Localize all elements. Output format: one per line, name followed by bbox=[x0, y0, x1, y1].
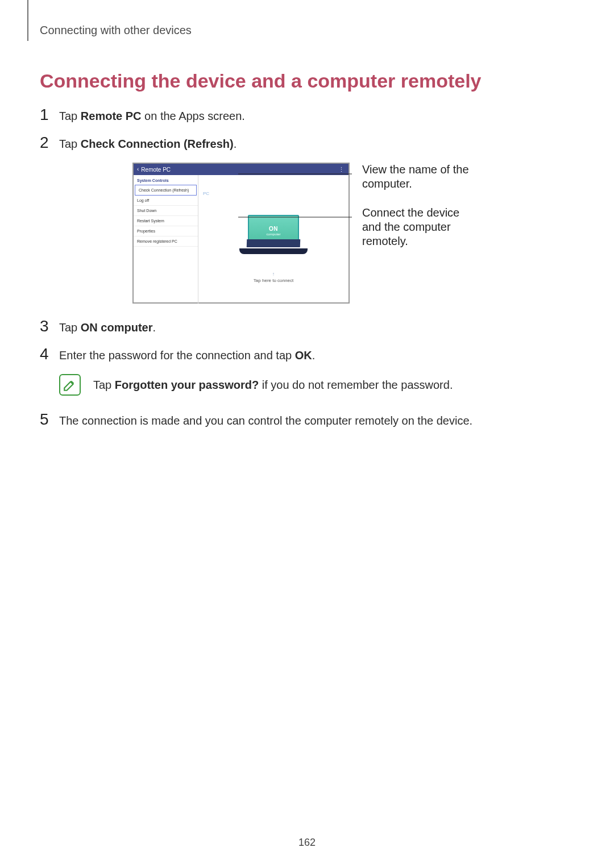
leader-line bbox=[238, 168, 362, 180]
callout-connect-remotely: Connect the device and the computer remo… bbox=[362, 206, 482, 248]
step-1: 1 Tap Remote PC on the Apps screen. bbox=[40, 107, 574, 124]
bold-text: ON computer bbox=[81, 321, 153, 334]
step-text: Tap Remote PC on the Apps screen. bbox=[59, 107, 245, 124]
text: . bbox=[153, 321, 156, 334]
step-5: 5 The connection is made and you can con… bbox=[40, 412, 574, 429]
step-3: 3 Tap ON computer. bbox=[40, 318, 574, 336]
bold-text: Remote PC bbox=[81, 110, 142, 122]
step-2: 2 Tap Check Connection (Refresh). bbox=[40, 135, 574, 152]
tap-to-connect-hint: ↑ Tap here to connect bbox=[198, 271, 349, 283]
bold-text: OK bbox=[295, 349, 312, 362]
sidebar-item-shutdown: Shut Down bbox=[134, 206, 198, 216]
sidebar-item-remove-pc: Remove registered PC bbox=[134, 236, 198, 247]
main-area: PC ON computer ↑ Tap here to connect bbox=[198, 175, 349, 304]
step-number: 1 bbox=[40, 107, 59, 123]
step-text: Enter the password for the connection an… bbox=[59, 347, 315, 364]
bold-text: Check Connection (Refresh) bbox=[81, 138, 234, 150]
remote-pc-app-mock: ‹ Remote PC ⋮ System Controls Check Conn… bbox=[132, 163, 350, 304]
text: . bbox=[234, 138, 237, 150]
step-text: The connection is made and you can contr… bbox=[59, 412, 472, 429]
tap-hint-text: Tap here to connect bbox=[254, 278, 293, 283]
leader-line bbox=[238, 211, 362, 223]
app-body: System Controls Check Connection (Refres… bbox=[134, 175, 349, 304]
callout-text: View the name of the computer. bbox=[362, 163, 482, 191]
margin-rule bbox=[27, 0, 28, 41]
arrow-up-icon: ↑ bbox=[272, 271, 275, 277]
sidebar-item-restart: Restart System bbox=[134, 216, 198, 226]
callout-text: Connect the device and the computer remo… bbox=[362, 206, 482, 248]
sidebar-item-check-connection: Check Connection (Refresh) bbox=[135, 185, 197, 196]
text: Tap bbox=[59, 321, 81, 334]
steps-list: 1 Tap Remote PC on the Apps screen. 2 Ta… bbox=[40, 107, 574, 429]
text: Tap bbox=[93, 379, 115, 391]
step-number: 2 bbox=[40, 135, 59, 151]
computer-name-label: PC bbox=[203, 191, 209, 196]
text: Tap bbox=[59, 110, 81, 122]
step-4: 4 Enter the password for the connection … bbox=[40, 346, 574, 364]
note-icon bbox=[59, 374, 81, 396]
step-text: Tap Check Connection (Refresh). bbox=[59, 135, 237, 152]
sidebar-heading: System Controls bbox=[134, 175, 198, 185]
section-heading: Connecting the device and a computer rem… bbox=[40, 70, 574, 92]
figure-remote-pc-screenshot: ‹ Remote PC ⋮ System Controls Check Conn… bbox=[40, 163, 574, 304]
sidebar: System Controls Check Connection (Refres… bbox=[134, 175, 198, 304]
text: Tap bbox=[59, 138, 81, 150]
pencil-note-icon bbox=[63, 377, 77, 392]
text: on the Apps screen. bbox=[142, 110, 245, 122]
app-title: Remote PC bbox=[141, 167, 171, 173]
callouts: View the name of the computer. Connect t… bbox=[362, 163, 482, 263]
back-chevron-icon: ‹ bbox=[137, 167, 139, 172]
laptop-keyboard bbox=[247, 239, 300, 247]
step-number: 5 bbox=[40, 412, 59, 427]
text: if you do not remember the password. bbox=[259, 379, 453, 391]
callout-computer-name: View the name of the computer. bbox=[362, 163, 482, 191]
note-text: Tap Forgotten your password? if you do n… bbox=[93, 379, 453, 392]
manual-page: Connecting with other devices Connecting… bbox=[0, 0, 614, 868]
laptop-base bbox=[239, 248, 308, 254]
on-label: ON bbox=[269, 226, 278, 232]
step-number: 3 bbox=[40, 318, 59, 334]
step-text: Tap ON computer. bbox=[59, 319, 156, 336]
note: Tap Forgotten your password? if you do n… bbox=[59, 374, 574, 396]
bold-text: Forgotten your password? bbox=[115, 379, 259, 391]
text: . bbox=[312, 349, 316, 362]
step-number: 4 bbox=[40, 346, 59, 362]
breadcrumb: Connecting with other devices bbox=[40, 24, 574, 37]
on-sublabel: computer bbox=[266, 232, 280, 236]
text: Enter the password for the connection an… bbox=[59, 349, 295, 362]
page-number: 162 bbox=[0, 837, 614, 849]
sidebar-item-properties: Properties bbox=[134, 226, 198, 236]
sidebar-item-logoff: Log off bbox=[134, 196, 198, 206]
